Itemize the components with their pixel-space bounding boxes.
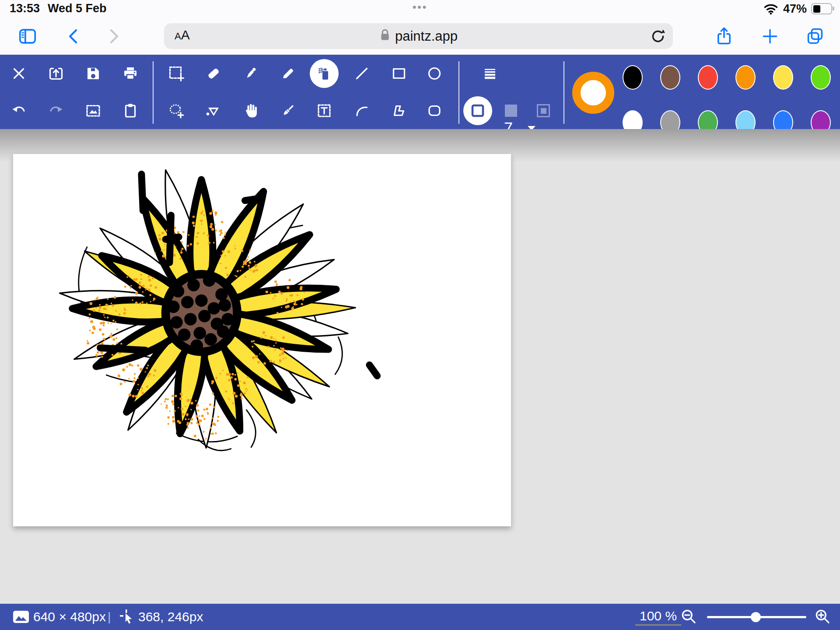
zoom-value-field[interactable]: 100 % [635, 604, 681, 630]
safari-toolbar: AA paintz.app [0, 18, 840, 55]
zoom-out-icon[interactable] [679, 604, 699, 630]
shape-style-outline-selected[interactable] [463, 96, 492, 125]
pan-button[interactable] [236, 96, 265, 125]
share-button[interactable] [713, 25, 735, 47]
brush-button[interactable] [273, 96, 302, 125]
shape-style-fill[interactable] [505, 105, 517, 117]
back-button[interactable] [63, 25, 84, 47]
text-tool-button[interactable] [310, 96, 339, 125]
doc-size-text: 640 × 480px [33, 604, 106, 630]
paintz-toolbar: 7 [0, 55, 840, 129]
cursor-position-icon [118, 604, 136, 630]
polygon-tool-button[interactable] [385, 96, 413, 125]
tabs-button[interactable] [804, 25, 826, 47]
divider [153, 61, 154, 124]
ipad-screen: 13:53Wed 5 Feb ••• 47% AA [0, 0, 840, 630]
shape-style-outline-and-fill[interactable] [537, 104, 550, 117]
palette-swatch[interactable] [698, 65, 718, 90]
wifi-icon [763, 1, 779, 16]
rounded-rectangle-tool-button[interactable] [420, 96, 449, 125]
ellipse-tool-button[interactable] [420, 59, 449, 88]
current-color-indicator[interactable] [572, 72, 614, 114]
divider [458, 61, 459, 124]
print-button[interactable] [116, 59, 145, 88]
select-image-button[interactable] [79, 96, 108, 125]
rectangle-tool-button[interactable] [385, 59, 413, 88]
workspace [0, 129, 840, 604]
palette-swatch[interactable] [660, 65, 680, 90]
flood-fill-button[interactable] [199, 96, 228, 125]
palette-swatch[interactable] [735, 65, 756, 90]
battery-icon [811, 3, 832, 14]
eraser-button[interactable] [199, 59, 228, 88]
pencil-button[interactable] [273, 59, 302, 88]
save-button[interactable] [79, 59, 108, 88]
sunflower-drawing [13, 154, 511, 526]
redo-button-disabled[interactable] [42, 96, 70, 125]
address-bar[interactable]: AA paintz.app [164, 23, 673, 49]
airbrush-button-selected[interactable] [310, 59, 339, 88]
close-button[interactable] [4, 59, 33, 88]
lock-icon [379, 28, 391, 45]
divider [564, 61, 564, 124]
handle-dots-icon: ••• [0, 1, 840, 13]
palette-swatch[interactable] [773, 65, 793, 90]
paste-button[interactable] [116, 96, 145, 125]
cursor-position-text: 368, 246px [138, 604, 203, 630]
new-tab-button[interactable] [759, 25, 781, 47]
select-rectangle-button[interactable] [162, 59, 191, 88]
battery-percent: 47% [783, 2, 807, 16]
eyedropper-button[interactable] [236, 59, 265, 88]
refresh-button[interactable] [648, 27, 668, 46]
freeform-select-button[interactable] [162, 96, 191, 125]
curve-tool-button[interactable] [347, 96, 376, 125]
palette-swatch[interactable] [623, 65, 643, 90]
footer-divider: | [108, 604, 111, 630]
zoom-in-icon[interactable] [813, 604, 833, 630]
undo-button[interactable] [4, 96, 33, 125]
status-bar: 13:53Wed 5 Feb ••• 47% [0, 0, 840, 18]
line-tool-button[interactable] [347, 59, 376, 88]
url-text: paintz.app [395, 28, 458, 44]
palette-swatch[interactable] [811, 65, 831, 90]
browser-chrome: 13:53Wed 5 Feb ••• 47% AA [0, 0, 840, 55]
image-size-icon [12, 604, 30, 630]
sidebar-button[interactable] [17, 25, 38, 47]
zoom-slider-thumb[interactable] [751, 612, 761, 622]
open-button[interactable] [42, 59, 70, 88]
forward-button[interactable] [103, 25, 125, 47]
status-footer: 640 × 480px | 368, 246px 100 % [0, 604, 840, 630]
line-width-icon[interactable] [476, 59, 504, 88]
drawing-canvas[interactable] [13, 154, 511, 526]
